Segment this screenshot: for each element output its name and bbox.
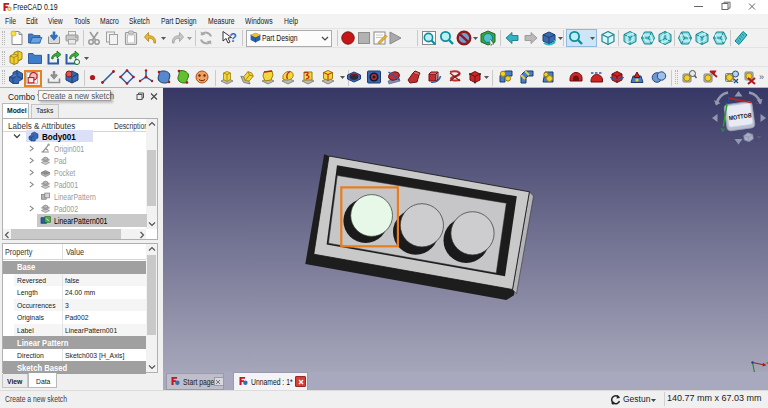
svg-text:?: ? bbox=[230, 31, 237, 45]
